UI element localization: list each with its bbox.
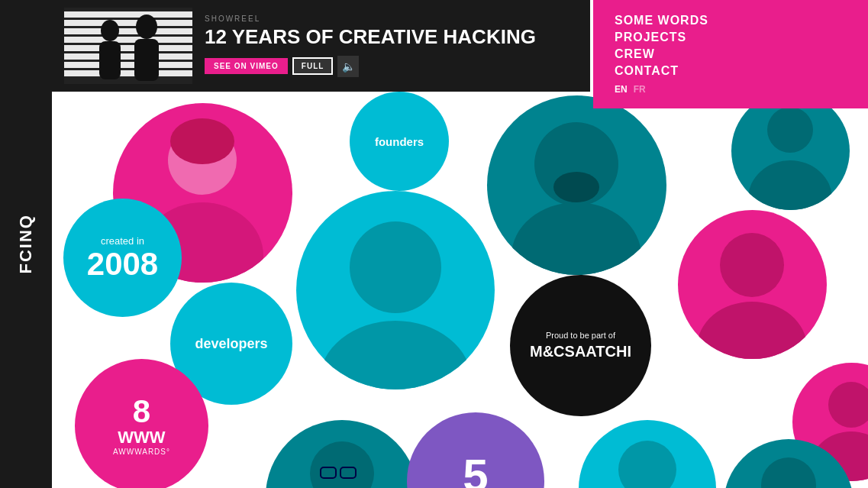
- saatchi-brand: M&CSAATCHI: [530, 343, 631, 360]
- svg-rect-1: [99, 41, 121, 79]
- lang-fr[interactable]: FR: [634, 84, 646, 95]
- svg-point-16: [828, 382, 868, 428]
- founders-label: founders: [375, 135, 424, 148]
- language-switcher: EN FR: [615, 84, 847, 95]
- see-on-vimeo-button[interactable]: SEE ON VIMEO: [205, 58, 288, 74]
- showreel-controls: SEE ON VIMEO FULL 🔈: [205, 56, 578, 77]
- navigation: SOME WORDS PROJECTS CREW CONTACT EN FR: [593, 0, 868, 108]
- sidebar: FCINQ: [0, 0, 52, 488]
- nav-link-crew[interactable]: CREW: [615, 47, 655, 60]
- saatchi-text: Proud to be part of M&CSAATCHI: [522, 323, 639, 368]
- nav-link-some-words[interactable]: SOME WORDS: [615, 14, 708, 27]
- circle-person-teal-glasses: [266, 420, 418, 488]
- sidebar-logo[interactable]: FCINQ: [16, 214, 36, 273]
- circle-created-2008: created in 2008: [63, 199, 182, 317]
- sound-button[interactable]: 🔈: [337, 56, 359, 77]
- person-silhouette-3: [731, 92, 850, 210]
- svg-point-15: [697, 302, 807, 359]
- awards-name: AWWWARDS°: [113, 448, 170, 456]
- circle-person-teal-large: [296, 191, 495, 389]
- svg-point-10: [767, 107, 813, 153]
- showreel-banner: SHOWREEL 12 YEARS OF CREATIVE HACKING SE…: [52, 0, 590, 92]
- nav-item-projects[interactable]: PROJECTS: [615, 31, 847, 44]
- developers-label: developers: [195, 336, 267, 352]
- nav-item-some-words[interactable]: SOME WORDS: [615, 14, 847, 27]
- svg-point-13: [319, 321, 472, 389]
- sound-icon: 🔈: [342, 60, 355, 73]
- fullscreen-button[interactable]: FULL: [292, 57, 334, 75]
- showreel-title: 12 YEARS OF CREATIVE HACKING: [205, 26, 578, 48]
- circle-person-pink-man: [678, 210, 827, 359]
- svg-point-0: [101, 20, 119, 41]
- svg-point-9: [553, 172, 599, 202]
- nav-menu: SOME WORDS PROJECTS CREW CONTACT: [615, 14, 847, 78]
- svg-point-12: [350, 221, 441, 313]
- nav-item-crew[interactable]: CREW: [615, 47, 847, 61]
- nav-link-projects[interactable]: PROJECTS: [615, 31, 686, 44]
- created-2008-text: created in 2008: [87, 235, 158, 280]
- svg-point-11: [748, 160, 832, 210]
- nav-link-contact[interactable]: CONTACT: [615, 64, 679, 77]
- circle-5-associates: 5 associates: [407, 412, 544, 488]
- awards-number: 8: [113, 396, 170, 428]
- person-silhouette-4: [296, 191, 495, 389]
- created-year: 2008: [87, 246, 158, 282]
- svg-point-8: [511, 202, 641, 275]
- nav-item-contact[interactable]: CONTACT: [615, 64, 847, 78]
- showreel-info: SHOWREEL 12 YEARS OF CREATIVE HACKING SE…: [205, 15, 578, 77]
- circle-person-teal-bottom-right: [579, 420, 716, 488]
- svg-rect-3: [134, 39, 159, 81]
- svg-point-18: [310, 441, 374, 488]
- svg-point-2: [136, 15, 157, 39]
- person-silhouette-7: [266, 420, 418, 488]
- person-silhouette-8: [579, 420, 716, 488]
- awards-text: 8 WWW AWWWARDS°: [113, 396, 170, 456]
- circle-person-teal-man-beard: [487, 95, 666, 275]
- svg-point-6: [170, 118, 234, 164]
- svg-point-22: [618, 441, 676, 488]
- saatchi-proud: Proud to be part of: [530, 331, 631, 340]
- associates-number: 5: [452, 453, 499, 489]
- person-silhouette-2: [487, 95, 666, 275]
- lang-en[interactable]: EN: [615, 84, 628, 95]
- circle-awards: 8 WWW AWWWARDS°: [75, 359, 208, 488]
- person-silhouette-5: [678, 210, 827, 359]
- circle-founders: founders: [350, 92, 449, 191]
- circle-saatchi: Proud to be part of M&CSAATCHI: [510, 275, 651, 416]
- main-content: founders created in 2008 developers: [52, 92, 868, 488]
- showreel-thumb-visual: [64, 8, 192, 84]
- associates-text: 5 associates: [452, 453, 499, 489]
- showreel-label: SHOWREEL: [205, 15, 578, 23]
- svg-point-24: [761, 457, 816, 488]
- circle-person-teal-small: [731, 92, 850, 210]
- awards-www: WWW: [113, 428, 170, 448]
- svg-point-14: [720, 233, 784, 297]
- created-label: created in: [87, 235, 158, 247]
- showreel-thumbnail[interactable]: [64, 8, 192, 84]
